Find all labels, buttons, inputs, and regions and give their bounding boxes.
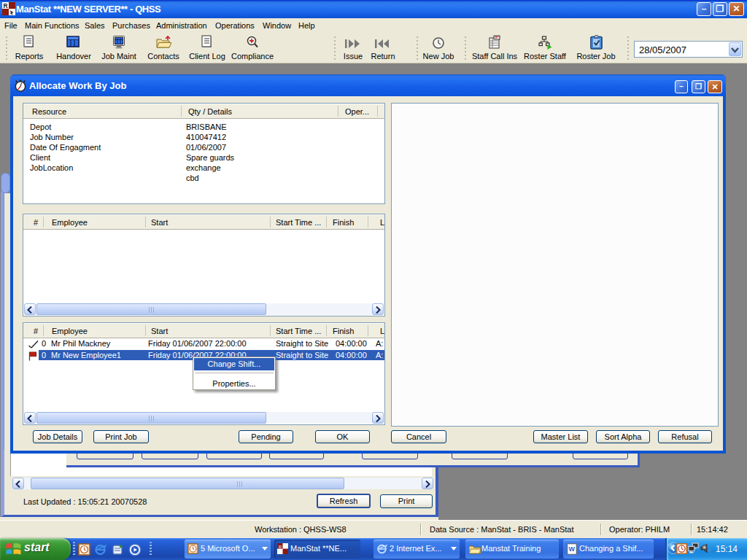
svg-text:W: W <box>568 545 575 553</box>
svg-text:R: R <box>279 545 282 549</box>
svg-text:R: R <box>4 2 8 9</box>
